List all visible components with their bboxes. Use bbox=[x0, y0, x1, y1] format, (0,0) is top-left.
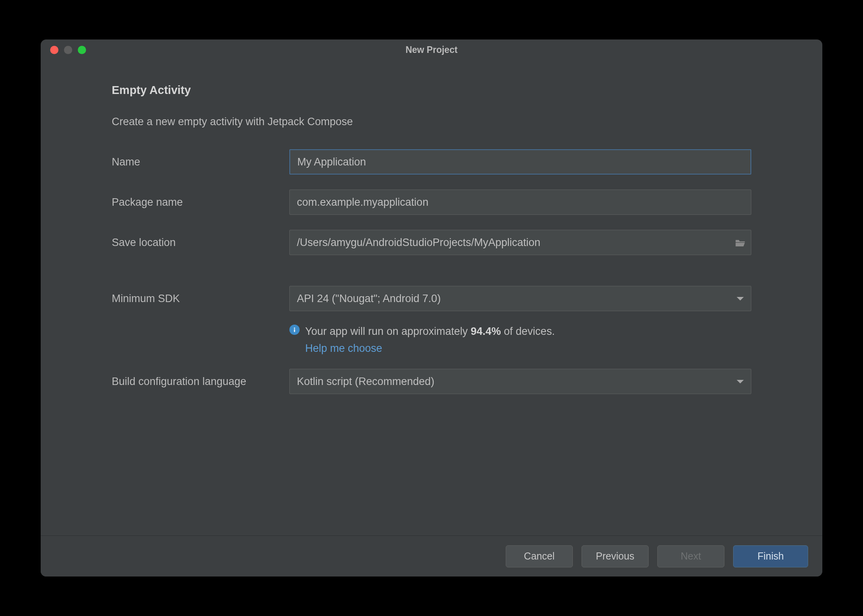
package-row: Package name bbox=[112, 190, 751, 215]
info-icon bbox=[289, 325, 300, 335]
buildcfg-select[interactable]: Kotlin script (Recommended) bbox=[289, 369, 751, 394]
buildcfg-row: Build configuration language Kotlin scri… bbox=[112, 369, 751, 394]
package-label: Package name bbox=[112, 196, 289, 208]
buildcfg-label: Build configuration language bbox=[112, 376, 289, 388]
page-subheading: Create a new empty activity with Jetpack… bbox=[112, 116, 751, 128]
location-label: Save location bbox=[112, 237, 289, 249]
next-button: Next bbox=[657, 545, 724, 567]
location-row: Save location bbox=[112, 230, 751, 255]
window-title: New Project bbox=[41, 45, 822, 55]
svg-point-0 bbox=[294, 327, 295, 329]
traffic-lights bbox=[41, 46, 86, 54]
buildcfg-value: Kotlin script (Recommended) bbox=[297, 376, 434, 388]
minsdk-row: Minimum SDK API 24 ("Nougat"; Android 7.… bbox=[112, 286, 751, 311]
minsdk-label: Minimum SDK bbox=[112, 293, 289, 305]
name-row: Name bbox=[112, 149, 751, 175]
name-input[interactable] bbox=[289, 149, 751, 175]
package-input[interactable] bbox=[289, 190, 751, 215]
content-area: Empty Activity Create a new empty activi… bbox=[41, 60, 822, 535]
finish-button[interactable]: Finish bbox=[733, 545, 808, 567]
page-heading: Empty Activity bbox=[112, 84, 751, 97]
minsdk-select[interactable]: API 24 ("Nougat"; Android 7.0) bbox=[289, 286, 751, 311]
sdk-info: Your app will run on approximately 94.4%… bbox=[289, 323, 751, 355]
maximize-window-button[interactable] bbox=[78, 46, 86, 54]
help-me-choose-link[interactable]: Help me choose bbox=[305, 342, 555, 355]
dialog-footer: Cancel Previous Next Finish bbox=[41, 535, 822, 577]
previous-button[interactable]: Previous bbox=[582, 545, 649, 567]
close-window-button[interactable] bbox=[50, 46, 58, 54]
folder-open-icon[interactable] bbox=[735, 238, 746, 247]
svg-rect-1 bbox=[294, 329, 295, 332]
chevron-down-icon bbox=[737, 297, 744, 300]
sdk-info-text: Your app will run on approximately 94.4%… bbox=[305, 323, 555, 340]
minsdk-value: API 24 ("Nougat"; Android 7.0) bbox=[297, 293, 441, 305]
chevron-down-icon bbox=[737, 380, 744, 383]
titlebar: New Project bbox=[41, 39, 822, 60]
minimize-window-button[interactable] bbox=[64, 46, 72, 54]
new-project-window: New Project Empty Activity Create a new … bbox=[41, 39, 822, 577]
name-label: Name bbox=[112, 156, 289, 168]
location-input[interactable] bbox=[289, 230, 751, 255]
cancel-button[interactable]: Cancel bbox=[506, 545, 573, 567]
